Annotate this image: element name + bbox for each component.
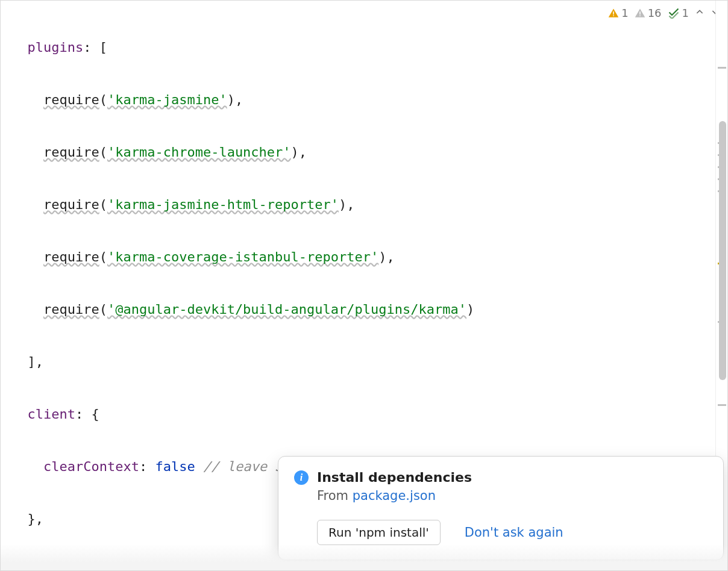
prop-coverage-reporter: coverageIstanbulReporter	[28, 564, 219, 570]
chevron-up-icon	[695, 7, 704, 17]
svg-rect-0	[613, 11, 614, 14]
status-ok-count: 1	[682, 7, 689, 19]
prop-clearcontext: clearContext	[43, 459, 139, 474]
warning-weak-icon	[635, 8, 645, 19]
svg-rect-3	[639, 15, 641, 16]
bool-literal: false	[155, 459, 195, 474]
ident-require: require	[43, 145, 99, 160]
gutter-mark[interactable]	[718, 67, 726, 69]
svg-rect-1	[613, 15, 614, 16]
string-literal: 'karma-jasmine-html-reporter'	[107, 197, 339, 212]
gutter-mark[interactable]	[718, 404, 726, 406]
status-warning-weak[interactable]: 16	[635, 7, 662, 19]
run-npm-install-button[interactable]: Run 'npm install'	[317, 520, 441, 545]
ident-require: require	[43, 92, 99, 107]
popup-title: Install dependencies	[317, 470, 472, 485]
status-warning-strong[interactable]: 1	[608, 7, 628, 19]
package-json-link[interactable]: package.json	[353, 488, 436, 503]
string-literal: 'karma-coverage-istanbul-reporter'	[107, 249, 378, 264]
ident-require: require	[43, 302, 99, 317]
prev-highlight-button[interactable]	[695, 7, 704, 19]
dont-ask-again-link[interactable]: Don't ask again	[465, 525, 563, 540]
prop-plugins: plugins	[28, 40, 84, 55]
prop-client: client	[28, 407, 75, 422]
status-warning-strong-count: 1	[621, 7, 628, 19]
ident-require: require	[43, 197, 99, 212]
svg-rect-2	[639, 11, 641, 14]
install-dependencies-popup: i Install dependencies From package.json…	[278, 456, 724, 560]
info-icon: i	[294, 470, 309, 485]
inspection-status-widget[interactable]: 1 16 1	[604, 4, 724, 22]
status-ok[interactable]: 1	[668, 7, 689, 19]
string-literal: 'karma-jasmine'	[107, 92, 227, 107]
string-literal: '@angular-devkit/build-angular/plugins/k…	[107, 302, 466, 317]
popup-subtitle: From package.json	[317, 488, 708, 503]
ident-require: require	[43, 249, 99, 264]
string-literal: 'karma-chrome-launcher'	[107, 145, 291, 160]
warning-icon	[608, 8, 619, 19]
status-warning-weak-count: 16	[648, 7, 662, 19]
scrollbar-thumb[interactable]	[719, 121, 726, 380]
check-icon	[668, 8, 680, 19]
